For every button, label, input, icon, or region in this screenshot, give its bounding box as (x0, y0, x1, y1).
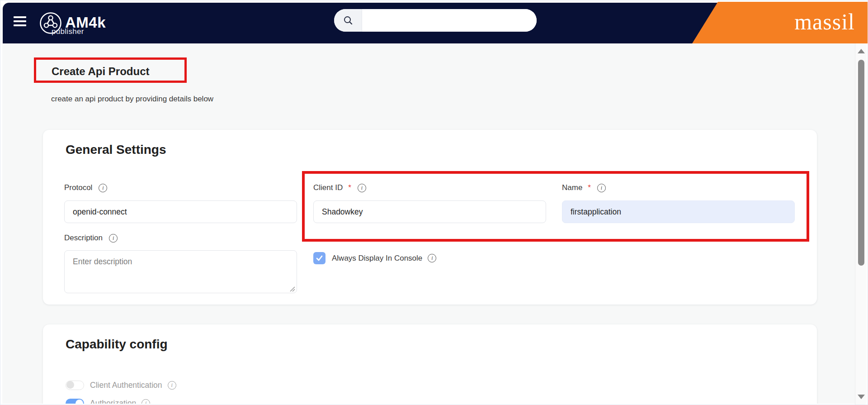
brand-subtitle: publisher (52, 27, 84, 36)
info-icon[interactable]: i (168, 381, 176, 390)
required-asterisk: * (348, 183, 351, 192)
required-asterisk: * (588, 183, 591, 192)
info-icon[interactable]: i (597, 184, 606, 192)
name-input[interactable] (562, 200, 795, 223)
general-settings-heading: General Settings (66, 143, 166, 157)
protocol-input[interactable] (64, 200, 297, 223)
search-input[interactable] (362, 9, 537, 32)
info-icon[interactable]: i (99, 184, 107, 192)
name-label: Name * i (562, 183, 606, 193)
info-icon[interactable]: i (428, 254, 436, 262)
authorization-toggle[interactable] (66, 399, 84, 404)
client-authentication-label: Client Authentication (90, 381, 162, 390)
partner-logo-text: massil (794, 2, 855, 42)
checkmark-icon (316, 254, 323, 262)
client-authentication-row: Client Authentication i (66, 379, 176, 391)
page-content: Create Api Product create an api product… (2, 43, 855, 404)
protocol-label: Protocol i (64, 183, 107, 193)
general-settings-card: General Settings Protocol i Client ID * … (43, 130, 817, 305)
info-icon[interactable]: i (142, 399, 150, 404)
always-display-label: Always Display In Console (332, 254, 422, 263)
hamburger-menu-icon[interactable] (14, 16, 26, 26)
page-title: Create Api Product (52, 65, 149, 78)
search-icon-area[interactable] (334, 9, 362, 32)
scrollbar-thumb[interactable] (858, 60, 864, 266)
search-icon (343, 15, 353, 25)
info-icon[interactable]: i (109, 234, 118, 243)
description-label: Description i (64, 233, 118, 243)
capability-config-card: Capability config Client Authentication … (43, 324, 817, 404)
always-display-checkbox[interactable] (313, 252, 326, 264)
description-textarea[interactable] (64, 250, 297, 293)
vertical-scrollbar[interactable] (855, 43, 867, 405)
textarea-resize-handle[interactable] (289, 286, 295, 292)
page-subtitle: create an api product by providing detai… (51, 95, 213, 104)
capability-config-heading: Capability config (66, 337, 168, 352)
scroll-down-arrow-icon[interactable] (858, 395, 865, 399)
partner-logo-banner: massil (692, 2, 868, 43)
client-authentication-toggle[interactable] (66, 381, 84, 390)
always-display-row: Always Display In Console i (313, 252, 436, 264)
global-search (334, 9, 537, 32)
red-annotation-title-box: Create Api Product (34, 57, 187, 83)
scroll-up-arrow-icon[interactable] (858, 49, 865, 53)
client-id-label: Client ID * i (313, 183, 366, 193)
info-icon[interactable]: i (358, 184, 366, 192)
app-window: AM4k publisher massil Create Api Product… (0, 0, 868, 405)
client-id-input[interactable] (313, 200, 546, 223)
authorization-row: Authorization i (66, 397, 150, 404)
authorization-label: Authorization (90, 399, 136, 404)
